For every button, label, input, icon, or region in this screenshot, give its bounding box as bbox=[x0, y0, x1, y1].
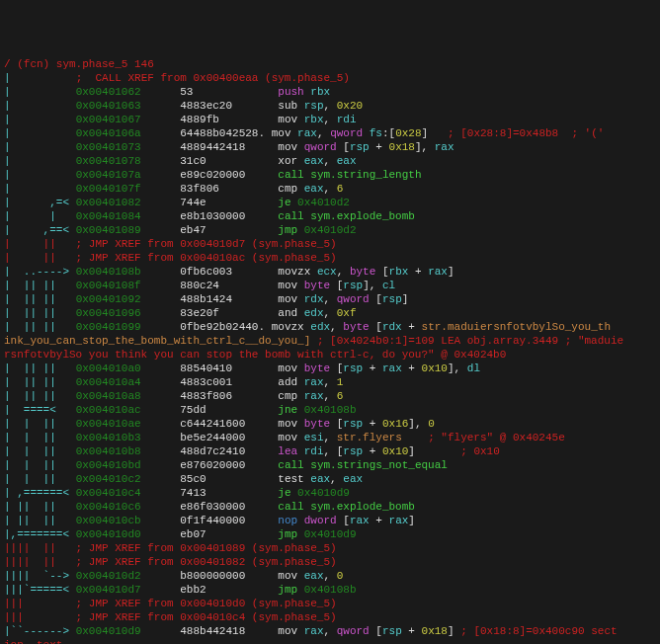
function-header: / (fcn) sym.phase_5 146 bbox=[4, 57, 656, 71]
asm-line: | 0x0040107f 83f806 cmp eax, 6 bbox=[4, 182, 656, 196]
asm-line: | | || 0x004010ae c644241600 mov byte [r… bbox=[4, 417, 656, 431]
asm-line: | ,======< 0x004010c4 7413 je 0x4010d9 bbox=[4, 486, 656, 500]
asm-line: |||| `--> 0x004010d2 b800000000 mov eax,… bbox=[4, 569, 656, 583]
asm-line: | || || 0x004010c6 e86f030000 call sym.e… bbox=[4, 500, 656, 514]
asm-line: | 0x00401063 4883ec20 sub rsp, 0x20 bbox=[4, 99, 656, 113]
asm-line: | || || 0x00401096 83e20f and edx, 0xf bbox=[4, 306, 656, 320]
asm-line: | || || 0x00401092 488b1424 mov rdx, qwo… bbox=[4, 292, 656, 306]
asm-line: | 0x00401067 4889fb mov rbx, rdi bbox=[4, 113, 656, 126]
asm-line: | || || 0x004010a0 88540410 mov byte [rs… bbox=[4, 362, 656, 375]
asm-line: | 0x00401062 53 push rbx bbox=[4, 85, 656, 99]
asm-line: | | || 0x004010b8 488d7c2410 lea rdi, [r… bbox=[4, 444, 656, 458]
asm-line: | || || 0x004010a8 4883f806 cmp rax, 6 bbox=[4, 389, 656, 403]
disassembly-view: / (fcn) sym.phase_5 146| ; CALL XREF fro… bbox=[4, 57, 656, 644]
asm-line: | ====< 0x004010ac 75dd jne 0x40108b bbox=[4, 403, 656, 417]
asm-line: |,=======< 0x004010d0 eb07 jmp 0x4010d9 bbox=[4, 527, 656, 541]
asm-line: | 0x0040106a 64488b042528. mov rax, qwor… bbox=[4, 126, 656, 140]
asm-line: | ,=< 0x00401082 744e je 0x4010d2 bbox=[4, 196, 656, 209]
asm-line: | | || 0x004010bd e876020000 call sym.st… bbox=[4, 458, 656, 472]
asm-line: | 0x00401078 31c0 xor eax, eax bbox=[4, 154, 656, 168]
xref: ||| ; JMP XREF from 0x004010c4 (sym.phas… bbox=[4, 610, 656, 624]
asm-line: |``------> 0x004010d9 488b442418 mov rax… bbox=[4, 624, 656, 638]
asm-line: | 0x00401073 4889442418 mov qword [rsp +… bbox=[4, 140, 656, 154]
asm-line: |||`=====< 0x004010d7 ebb2 jmp 0x40108b bbox=[4, 583, 656, 597]
xref: | || ; JMP XREF from 0x004010d7 (sym.pha… bbox=[4, 237, 656, 251]
xref: |||| || ; JMP XREF from 0x00401082 (sym.… bbox=[4, 555, 656, 569]
asm-line: | 0x0040107a e89c020000 call sym.string_… bbox=[4, 168, 656, 182]
xref: ||| ; JMP XREF from 0x004010d0 (sym.phas… bbox=[4, 597, 656, 610]
asm-line: | ..----> 0x0040108b 0fb6c003 movzx ecx,… bbox=[4, 265, 656, 279]
asm-line: | | || 0x004010b3 be5e244000 mov esi, st… bbox=[4, 431, 656, 444]
asm-line: | || || 0x004010a4 4883c001 add rax, 1 bbox=[4, 375, 656, 389]
asm-line: | || || 0x004010cb 0f1f440000 nop dword … bbox=[4, 514, 656, 527]
asm-line: | | || 0x004010c2 85c0 test eax, eax bbox=[4, 472, 656, 486]
asm-line: | || || 0x0040108f 880c24 mov byte [rsp]… bbox=[4, 279, 656, 292]
asm-line: | ,==< 0x00401089 eb47 jmp 0x4010d2 bbox=[4, 223, 656, 237]
xref: |||| || ; JMP XREF from 0x00401089 (sym.… bbox=[4, 541, 656, 555]
xref: | || ; JMP XREF from 0x004010ac (sym.pha… bbox=[4, 251, 656, 265]
asm-line: | | 0x00401084 e8b1030000 call sym.explo… bbox=[4, 209, 656, 223]
